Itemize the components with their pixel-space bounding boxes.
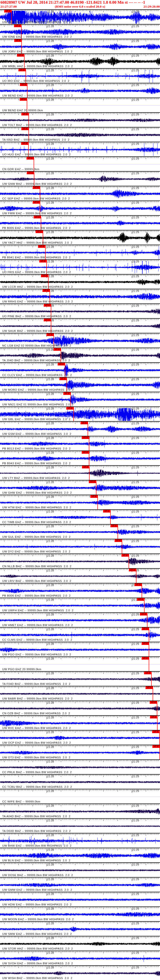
phase-pick-line[interactable] bbox=[118, 525, 118, 539]
trace-row: 21:2821:29xT 4UW LCCR HHZ -- 99999.0km B… bbox=[0, 274, 160, 289]
station-label: UW OT3 EHZ -- 99999.0km BW HIGHPASS 2.0 … bbox=[2, 756, 70, 759]
phase-pick-flag[interactable]: xT 4 bbox=[152, 730, 160, 733]
phase-pick-flag[interactable]: xT 4 bbox=[90, 495, 98, 498]
phase-pick-flag[interactable]: xT 4 bbox=[82, 436, 89, 439]
phase-pick-flag[interactable]: xT 4 bbox=[110, 525, 118, 527]
phase-pick-flag[interactable]: xT 4 bbox=[17, 54, 24, 57]
phase-pick-flag[interactable]: xT 4 bbox=[34, 216, 41, 218]
phase-pick-flag[interactable]: xT 4 bbox=[152, 745, 160, 748]
trace-row: 21:2821:29UW BLN EHZ -- 99999.0km BW HIG… bbox=[0, 848, 160, 862]
phase-pick-line[interactable] bbox=[149, 657, 149, 671]
trace-row: 21:2821:29xT 4UW YACT HHZ -- 99999.0km B… bbox=[0, 230, 160, 245]
phase-pick-flag[interactable]: xT 4 bbox=[27, 172, 34, 174]
minute-label: 21:29 bbox=[132, 760, 139, 763]
phase-pick-flag[interactable]: xT 4 bbox=[82, 451, 89, 454]
phase-pick-flag[interactable]: xT 4 bbox=[14, 39, 22, 42]
phase-pick-flag[interactable]: xT 4 bbox=[53, 348, 61, 351]
station-label: CN OZB BHZ -- 99999.0km BW HIGHPASS 2.0 … bbox=[2, 712, 70, 715]
phase-pick-flag[interactable]: xT 4 bbox=[4, 10, 11, 13]
phase-pick-flag[interactable]: xT 4 bbox=[21, 127, 29, 130]
phase-pick-flag[interactable]: xT 4 bbox=[18, 68, 26, 71]
phase-pick-flag[interactable]: xT 4 bbox=[46, 333, 54, 336]
minute-label: 21:29 bbox=[132, 260, 139, 263]
phase-pick-line[interactable] bbox=[149, 642, 149, 656]
phase-pick-flag[interactable]: xT 4 bbox=[27, 157, 34, 159]
phase-pick-line[interactable] bbox=[159, 730, 160, 745]
phase-pick-flag[interactable]: xT 4 bbox=[134, 583, 142, 586]
phase-pick-line[interactable] bbox=[157, 701, 157, 715]
phase-pick-flag[interactable]: xT 4 bbox=[66, 407, 74, 410]
phase-pick-flag[interactable]: xT 4 bbox=[142, 627, 149, 630]
phase-pick-flag[interactable]: xT 4 bbox=[144, 671, 151, 675]
phase-pick-flag[interactable]: xT 4 bbox=[35, 231, 43, 233]
phase-pick-line[interactable] bbox=[142, 583, 142, 598]
phase-pick-line[interactable] bbox=[96, 480, 96, 495]
phase-pick-line[interactable] bbox=[89, 436, 89, 450]
phase-pick-flag[interactable]: xT 4 bbox=[21, 142, 29, 145]
phase-pick-line[interactable] bbox=[129, 554, 129, 568]
station-label: UW GSM EHZ -- 99999.0km BW HIGHPASS 2.0 … bbox=[2, 433, 71, 435]
phase-pick-line[interactable] bbox=[144, 598, 144, 612]
phase-pick-line[interactable] bbox=[122, 539, 122, 554]
minute-label: 21:28 bbox=[47, 437, 54, 439]
phase-pick-line[interactable] bbox=[89, 466, 90, 480]
minute-label: 21:28 bbox=[47, 157, 54, 160]
station-label: UW LTY BHZ -- 99999.0km BW HIGHPASS 2.0 … bbox=[2, 477, 70, 479]
station-label: UW BLN EHZ -- 99999.0km BW HIGHPASS 2.0 … bbox=[2, 859, 70, 862]
trace-row: 21:2821:29xT 4UW JORV EHZ -- 99999.0km B… bbox=[0, 39, 160, 53]
station-label: UO FRIS EHZ -- 99999.0km BW HIGHPASS 2.0… bbox=[2, 270, 71, 274]
trace-row: 21:2821:29UW MOON EHZ -- 99999.0km BW HI… bbox=[0, 907, 160, 921]
phase-pick-flag[interactable]: xT 4 bbox=[140, 613, 147, 616]
phase-pick-flag[interactable]: xT 4 bbox=[20, 83, 27, 86]
phase-pick-flag[interactable]: xT 4 bbox=[137, 598, 144, 601]
phase-pick-flag[interactable]: xT 4 bbox=[39, 260, 46, 262]
phase-pick-flag[interactable]: xT 4 bbox=[150, 716, 157, 719]
phase-pick-flag[interactable]: xT 4 bbox=[142, 657, 149, 660]
phase-pick-line[interactable] bbox=[136, 569, 136, 583]
phase-pick-line[interactable] bbox=[157, 716, 158, 730]
phase-pick-flag[interactable]: xT 4 bbox=[33, 201, 40, 204]
phase-pick-flag[interactable]: xT 4 bbox=[33, 186, 40, 189]
phase-pick-flag[interactable]: xT 4 bbox=[150, 701, 157, 704]
phase-pick-line[interactable] bbox=[89, 451, 89, 465]
phase-pick-line[interactable] bbox=[153, 686, 153, 700]
phase-pick-flag[interactable]: xT 4 bbox=[42, 289, 50, 292]
phase-pick-flag[interactable]: xT 4 bbox=[44, 304, 51, 307]
minute-label: 21:29 bbox=[132, 687, 139, 689]
station-label: UW MORO EHZ -- 99999.0km BW HIGHPASS 2.0… bbox=[2, 388, 74, 391]
minute-label: 21:28 bbox=[47, 245, 54, 248]
trace-row: 21:2821:29xT 4CC TIMB EHZ -- 99999.0km B… bbox=[0, 509, 160, 524]
minute-label: 21:28 bbox=[47, 113, 54, 116]
phase-pick-line[interactable] bbox=[74, 407, 74, 421]
phase-pick-flag[interactable]: xT 4 bbox=[20, 98, 27, 101]
phase-pick-flag[interactable]: xT 4 bbox=[44, 319, 51, 321]
phase-pick-flag[interactable]: xT 4 bbox=[58, 363, 65, 366]
phase-pick-flag[interactable]: xT 4 bbox=[14, 24, 21, 27]
phase-pick-line[interactable] bbox=[149, 627, 149, 642]
phase-pick-flag[interactable]: xT 4 bbox=[129, 569, 136, 571]
trace-row: 21:2821:29xT 4UW HTW EHZ -- 99999.0km BW… bbox=[0, 495, 160, 509]
phase-pick-flag[interactable]: xT 4 bbox=[59, 377, 67, 380]
phase-pick-flag[interactable]: xT 4 bbox=[122, 554, 129, 557]
phase-pick-flag[interactable]: xT 4 bbox=[146, 686, 153, 689]
trace-row: 21:2821:29xT 4UW GHW EHZ -- 99999.0km BW… bbox=[0, 480, 160, 495]
phase-pick-flag[interactable]: xT 4 bbox=[82, 466, 89, 468]
phase-pick-line[interactable] bbox=[98, 495, 98, 509]
phase-pick-flag[interactable]: xT 4 bbox=[38, 245, 45, 248]
station-label: UW HTW EHZ -- 99999.0km BW HIGHPASS 2.0 … bbox=[2, 506, 71, 509]
phase-pick-line[interactable] bbox=[110, 510, 111, 524]
minute-label: 21:29 bbox=[132, 892, 139, 896]
phase-pick-line[interactable] bbox=[147, 613, 147, 627]
phase-pick-flag[interactable]: xT 4 bbox=[89, 480, 96, 483]
phase-pick-line[interactable] bbox=[88, 422, 88, 436]
phase-pick-flag[interactable]: xT 4 bbox=[41, 275, 48, 277]
phase-pick-flag[interactable]: xT 4 bbox=[63, 392, 71, 395]
phase-pick-flag[interactable]: xT 4 bbox=[115, 539, 122, 542]
phase-pick-flag[interactable]: xT 4 bbox=[21, 113, 29, 115]
minute-label: 21:28 bbox=[47, 128, 54, 130]
trace-row: 21:2821:29xT 4UW GUL EHZ -- 99999.0km BW… bbox=[0, 524, 160, 539]
phase-pick-flag[interactable]: xT 4 bbox=[142, 642, 149, 645]
phase-pick-flag[interactable]: xT 4 bbox=[80, 422, 88, 424]
phase-pick-line[interactable] bbox=[151, 671, 152, 686]
phase-pick-flag[interactable]: xT 4 bbox=[103, 510, 110, 512]
